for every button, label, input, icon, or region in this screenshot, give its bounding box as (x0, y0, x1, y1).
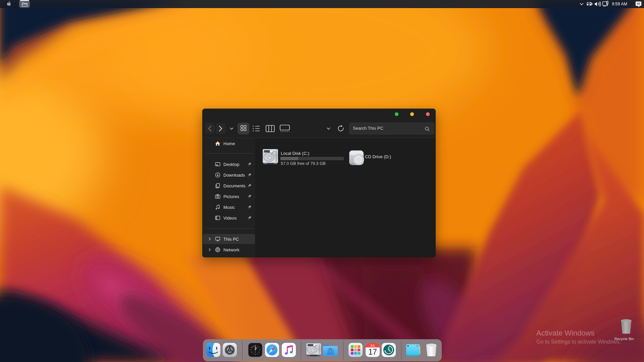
svg-text:10: 10 (251, 347, 253, 348)
svg-text:11: 11 (253, 345, 254, 347)
svg-text:12: 12 (255, 345, 256, 346)
svg-text:JUL: JUL (370, 344, 375, 347)
svg-text:17: 17 (368, 348, 377, 356)
